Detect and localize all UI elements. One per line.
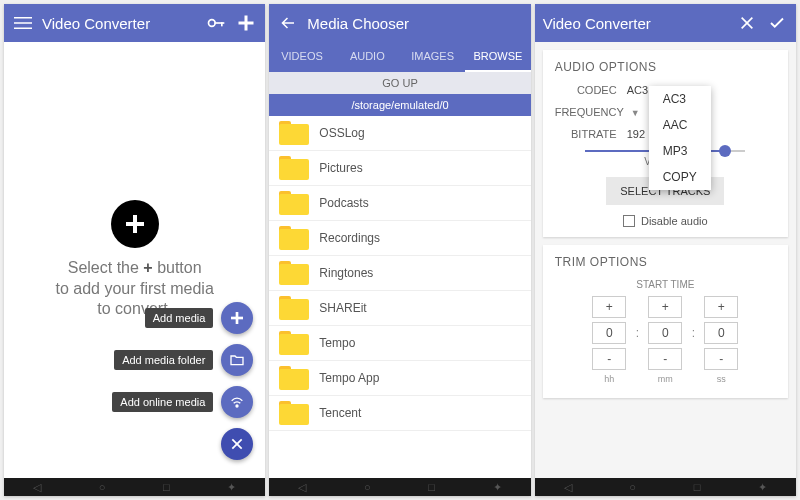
android-navbar-3: ◁ ○ □ ✦ xyxy=(535,478,796,496)
appbar-3: Video Converter xyxy=(535,4,796,42)
nav-back-icon[interactable]: ◁ xyxy=(564,481,572,494)
app-title-1: Video Converter xyxy=(42,15,197,32)
svg-rect-4 xyxy=(215,22,225,24)
audio-options-heading: AUDIO OPTIONS xyxy=(555,60,776,74)
mm-field[interactable]: 0 xyxy=(648,322,682,344)
mm-plus-button[interactable]: + xyxy=(648,296,682,318)
folder-icon xyxy=(279,331,309,355)
panel-audio-options: Video Converter AUDIO OPTIONS CODEC AC3▼… xyxy=(535,4,796,496)
chevron-down-icon: ▼ xyxy=(631,108,640,118)
disable-audio-checkbox[interactable]: Disable audio xyxy=(555,215,776,227)
nav-home-icon[interactable]: ○ xyxy=(364,481,371,493)
fab-add-media[interactable] xyxy=(221,302,253,334)
ss-field[interactable]: 0 xyxy=(704,322,738,344)
tab-videos[interactable]: VIDEOS xyxy=(269,42,334,72)
mm-minus-button[interactable]: - xyxy=(648,348,682,370)
list-item[interactable]: Ringtones xyxy=(269,256,530,291)
file-list: OSSLog Pictures Podcasts Recordings Ring… xyxy=(269,116,530,478)
ss-minus-button[interactable]: - xyxy=(704,348,738,370)
card-trim-options: TRIM OPTIONS START TIME + + + 0: 0: 0 - … xyxy=(543,245,788,398)
nav-recent-icon[interactable]: □ xyxy=(163,481,170,493)
nav-accessibility-icon[interactable]: ✦ xyxy=(758,481,767,494)
nav-home-icon[interactable]: ○ xyxy=(629,481,636,493)
folder-icon xyxy=(279,121,309,145)
hh-plus-button[interactable]: + xyxy=(592,296,626,318)
list-item[interactable]: Recordings xyxy=(269,221,530,256)
card-audio-options: AUDIO OPTIONS CODEC AC3▼ FREQUENCY ▼ Hz … xyxy=(543,50,788,237)
fab-label-add-folder: Add media folder xyxy=(114,350,213,370)
list-item[interactable]: Tempo xyxy=(269,326,530,361)
svg-point-3 xyxy=(209,20,216,27)
menu-icon[interactable] xyxy=(12,12,34,34)
svg-rect-7 xyxy=(239,22,254,25)
fab-add-online[interactable] xyxy=(221,386,253,418)
nav-back-icon[interactable]: ◁ xyxy=(298,481,306,494)
svg-rect-5 xyxy=(221,22,223,26)
folder-icon xyxy=(279,191,309,215)
hh-field[interactable]: 0 xyxy=(592,322,626,344)
list-item[interactable]: Tempo App xyxy=(269,361,530,396)
fab-label-add-media: Add media xyxy=(145,308,214,328)
appbar-2: Media Chooser xyxy=(269,4,530,42)
empty-state-body: Select the + button to add your first me… xyxy=(4,42,265,478)
nav-accessibility-icon[interactable]: ✦ xyxy=(227,481,236,494)
svg-rect-2 xyxy=(14,28,32,30)
back-icon[interactable] xyxy=(277,12,299,34)
list-item[interactable]: Podcasts xyxy=(269,186,530,221)
fab-stack: Add media Add media folder Add online me… xyxy=(112,302,253,460)
nav-back-icon[interactable]: ◁ xyxy=(33,481,41,494)
panel-media-chooser: Media Chooser VIDEOS AUDIO IMAGES BROWSE… xyxy=(269,4,530,496)
svg-rect-0 xyxy=(14,17,32,19)
add-icon[interactable] xyxy=(235,12,257,34)
start-time-label: START TIME xyxy=(555,279,776,290)
tab-images[interactable]: IMAGES xyxy=(400,42,465,72)
options-body: AUDIO OPTIONS CODEC AC3▼ FREQUENCY ▼ Hz … xyxy=(535,42,796,478)
close-icon[interactable] xyxy=(736,12,758,34)
svg-rect-9 xyxy=(126,222,144,226)
appbar-1: Video Converter xyxy=(4,4,265,42)
ss-plus-button[interactable]: + xyxy=(704,296,738,318)
folder-icon xyxy=(279,156,309,180)
nav-accessibility-icon[interactable]: ✦ xyxy=(493,481,502,494)
tab-audio[interactable]: AUDIO xyxy=(335,42,400,72)
fab-label-add-online: Add online media xyxy=(112,392,213,412)
panel-empty-state: Video Converter Select the + button to a… xyxy=(4,4,265,496)
list-item[interactable]: Pictures xyxy=(269,151,530,186)
codec-dropdown-popup: AC3 AAC MP3 COPY xyxy=(649,86,711,190)
nav-recent-icon[interactable]: □ xyxy=(694,481,701,493)
svg-rect-11 xyxy=(231,317,243,320)
tab-browse[interactable]: BROWSE xyxy=(465,42,530,72)
go-up-button[interactable]: GO UP xyxy=(269,72,530,94)
plus-inline-icon: + xyxy=(143,259,152,276)
dropdown-option[interactable]: AAC xyxy=(649,112,711,138)
app-title-2: Media Chooser xyxy=(307,15,522,32)
nav-home-icon[interactable]: ○ xyxy=(99,481,106,493)
android-navbar-2: ◁ ○ □ ✦ xyxy=(269,478,530,496)
nav-recent-icon[interactable]: □ xyxy=(428,481,435,493)
folder-icon xyxy=(279,296,309,320)
confirm-icon[interactable] xyxy=(766,12,788,34)
checkbox-icon xyxy=(623,215,635,227)
fab-add-folder[interactable] xyxy=(221,344,253,376)
fab-close[interactable] xyxy=(221,428,253,460)
big-add-button[interactable] xyxy=(111,200,159,248)
android-navbar-1: ◁ ○ □ ✦ xyxy=(4,478,265,496)
current-path: /storage/emulated/0 xyxy=(269,94,530,116)
dropdown-option[interactable]: COPY xyxy=(649,164,711,190)
dropdown-option[interactable]: AC3 xyxy=(649,86,711,112)
folder-icon xyxy=(279,401,309,425)
svg-point-12 xyxy=(236,405,238,407)
list-item[interactable]: Tencent xyxy=(269,396,530,431)
folder-icon xyxy=(279,226,309,250)
svg-rect-1 xyxy=(14,22,32,24)
app-title-3: Video Converter xyxy=(543,15,728,32)
media-tabs: VIDEOS AUDIO IMAGES BROWSE xyxy=(269,42,530,72)
dropdown-option[interactable]: MP3 xyxy=(649,138,711,164)
list-item[interactable]: OSSLog xyxy=(269,116,530,151)
trim-options-heading: TRIM OPTIONS xyxy=(555,255,776,269)
hh-minus-button[interactable]: - xyxy=(592,348,626,370)
folder-icon xyxy=(279,261,309,285)
list-item[interactable]: SHAREit xyxy=(269,291,530,326)
key-icon[interactable] xyxy=(205,12,227,34)
folder-icon xyxy=(279,366,309,390)
